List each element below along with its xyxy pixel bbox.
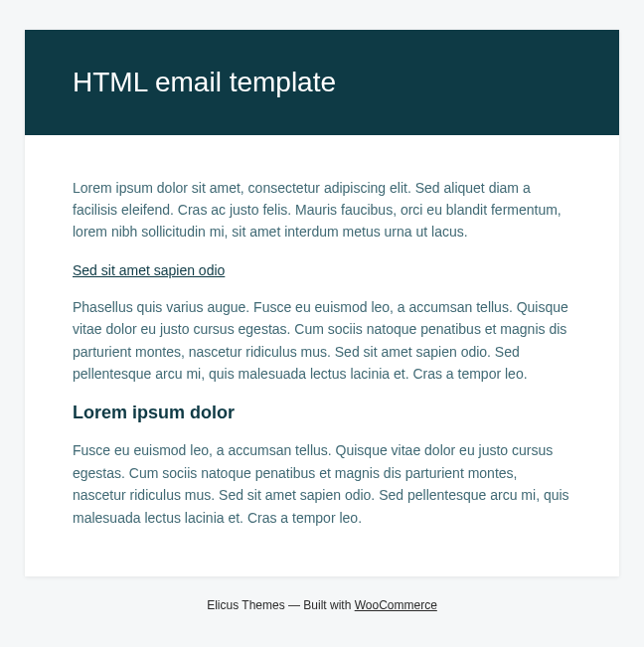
body-paragraph-1: Lorem ipsum dolor sit amet, consectetur … [73, 177, 571, 243]
body-heading-1: Lorem ipsum dolor [73, 403, 571, 423]
email-title: HTML email template [73, 66, 571, 99]
body-paragraph-2: Phasellus quis varius augue. Fusce eu eu… [73, 296, 571, 386]
email-container: HTML email template Lorem ipsum dolor si… [25, 30, 619, 576]
body-paragraph-3: Fusce eu euismod leo, a accumsan tellus.… [73, 439, 571, 529]
footer-link[interactable]: WooCommerce [355, 598, 437, 612]
email-header: HTML email template [25, 30, 619, 135]
footer-text: Elicus Themes — Built with [207, 598, 355, 612]
email-body: Lorem ipsum dolor sit amet, consectetur … [25, 135, 619, 576]
email-footer: Elicus Themes — Built with WooCommerce [25, 576, 619, 634]
body-link-1[interactable]: Sed sit amet sapien odio [73, 262, 225, 278]
